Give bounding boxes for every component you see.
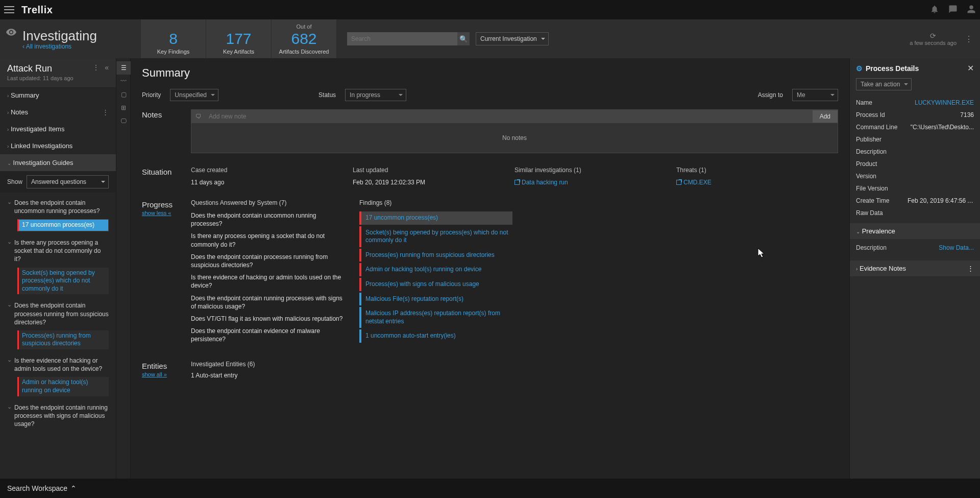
guide-question[interactable]: Does the endpoint contain processes runn… (0, 298, 116, 328)
situation-value: Feb 20, 2019 12:02:33 PM (353, 179, 514, 186)
external-link-icon (514, 180, 520, 185)
evidence-more-icon[interactable]: ⋮ (967, 265, 974, 272)
progress-question: Is there evidence of hacking or admin to… (191, 273, 344, 290)
detail-value[interactable]: LUCKYWINNER.EXE (915, 99, 974, 106)
search-input[interactable] (347, 32, 457, 45)
stat: 8 Key Findings (141, 19, 206, 58)
sidebar-item-summary[interactable]: › Summary (0, 87, 116, 104)
sidebar-more-icon[interactable]: ⋮ (92, 63, 100, 72)
situation-value[interactable]: Data hacking run (514, 179, 676, 186)
findings-header: Findings (8) (359, 199, 512, 206)
evidence-section[interactable]: › Evidence Notes ⋮ (850, 260, 980, 276)
brand-logo: Trellix (21, 4, 53, 16)
list-view-icon[interactable]: ☰ (116, 61, 131, 75)
situation-value[interactable]: CMD.EXE (676, 179, 838, 186)
detail-value: "C:\Users\Ted\Deskto... (911, 124, 974, 131)
progress-question: Does the endpoint contain running proces… (191, 294, 344, 311)
sidebar-item-investigated items[interactable]: › Investigated Items (0, 121, 116, 137)
guide-finding[interactable]: Process(es) running from suspicious dire… (17, 330, 109, 349)
bell-icon[interactable] (930, 5, 939, 15)
assign-label: Assign to (758, 91, 783, 99)
more-icon[interactable]: ⋮ (965, 34, 973, 44)
stat: 177 Key Artifacts (206, 19, 272, 58)
eye-icon (6, 29, 16, 37)
progress-finding[interactable]: 17 uncommon process(es) (359, 211, 512, 225)
search-button[interactable]: 🔍 (457, 32, 470, 45)
chat-icon[interactable] (948, 5, 958, 15)
sidebar-item-investigation guides[interactable]: ⌄ Investigation Guides (0, 154, 116, 171)
progress-finding[interactable]: 1 uncommon auto-start entry(ies) (359, 329, 512, 343)
progress-finding[interactable]: Process(es) running from suspicious dire… (359, 249, 512, 262)
detail-key: File Version (856, 185, 888, 192)
guide-finding[interactable]: Socket(s) being opened by process(es) wh… (17, 268, 109, 295)
priority-select[interactable]: Unspecified (170, 89, 218, 101)
sidebar-item-linked investigations[interactable]: › Linked Investigations (0, 137, 116, 154)
show-select[interactable]: Answered questions (27, 175, 109, 188)
situation-label: Situation (142, 167, 191, 186)
progress-finding[interactable]: Malicious File(s) reputation report(s) (359, 293, 512, 306)
progress-question: Does the endpoint contain uncommon runni… (191, 211, 344, 228)
grid-view-icon[interactable]: ⊞ (116, 101, 131, 114)
detail-key: Version (856, 173, 876, 180)
notes-input[interactable] (206, 110, 813, 123)
progress-question: Is there any process opening a socket th… (191, 232, 344, 248)
notes-more-icon[interactable]: ⋮ (102, 108, 109, 116)
details-title: Process Details (866, 64, 919, 73)
display-view-icon[interactable]: 🖵 (116, 114, 131, 128)
progress-finding[interactable]: Process(es) with signs of malicious usag… (359, 278, 512, 291)
progress-label: Progress show less « (142, 199, 191, 347)
show-all-link[interactable]: show all » (142, 371, 191, 377)
situation-header: Threats (1) (676, 167, 838, 174)
stat: Out of 682 Artifacts Discovered (272, 19, 337, 58)
detail-key: Command Line (856, 124, 897, 131)
guide-question[interactable]: Does the endpoint contain running proces… (0, 400, 116, 431)
guide-question[interactable]: Is there evidence of hacking or admin to… (0, 353, 116, 375)
guide-finding[interactable]: 17 uncommon process(es) (17, 219, 109, 231)
progress-finding[interactable]: Malicious IP address(es) reputation repo… (359, 307, 512, 328)
refresh-time: a few seconds ago (910, 40, 957, 46)
back-link[interactable]: All investigations (22, 43, 134, 50)
graph-view-icon[interactable]: 〰 (116, 75, 131, 88)
summary-title: Summary (142, 66, 838, 80)
content: Summary Priority Unspecified Status In p… (131, 58, 849, 479)
detail-key: Create Time (856, 197, 889, 204)
detail-key: Raw Data (856, 209, 883, 217)
guide-finding[interactable]: Admin or hacking tool(s) running on devi… (17, 377, 109, 396)
close-icon[interactable]: ✕ (967, 63, 974, 73)
questions-header: Questions Answered by System (7) (191, 199, 344, 206)
prevalence-desc-label: Description (856, 244, 887, 251)
refresh-icon[interactable]: ⟳ (910, 32, 957, 40)
detail-key: Product (856, 160, 877, 168)
status-select[interactable]: In progress (345, 89, 406, 101)
sidebar-item-notes[interactable]: › Notes⋮ (0, 104, 116, 121)
progress-question: Does the endpoint contain processes runn… (191, 253, 344, 269)
situation-header: Case created (191, 167, 353, 174)
user-icon[interactable] (967, 5, 976, 15)
search-workspace[interactable]: Search Workspace ⌃ (0, 479, 980, 498)
details-panel: ⚙ Process Details ✕ Take an action Name … (849, 58, 980, 479)
guide-question[interactable]: Does the endpoint contain uncommon runni… (0, 196, 116, 217)
sidebar-subtitle: Last updated: 11 days ago (7, 75, 74, 81)
show-label: Show (7, 178, 22, 185)
show-less-link[interactable]: show less « (142, 210, 191, 216)
menu-icon[interactable] (4, 6, 14, 13)
box-view-icon[interactable]: ▢ (116, 88, 131, 101)
add-note-button[interactable]: Add (813, 110, 838, 123)
assign-select[interactable]: Me (792, 89, 838, 101)
progress-finding[interactable]: Admin or hacking tool(s) running on devi… (359, 263, 512, 276)
notes-section-label: Notes (142, 109, 191, 153)
situation-header: Similar investigations (1) (514, 167, 676, 174)
header: Investigating All investigations 8 Key F… (0, 19, 980, 58)
progress-finding[interactable]: Socket(s) being opened by process(es) wh… (359, 226, 512, 247)
show-data-link[interactable]: Show Data... (939, 244, 974, 251)
scope-select[interactable]: Current Investigation (476, 32, 549, 45)
topbar: Trellix (0, 0, 980, 19)
guide-question[interactable]: Is there any process opening a socket th… (0, 235, 116, 266)
detail-key: Publisher (856, 136, 881, 143)
situation-header: Last updated (353, 167, 514, 174)
action-select[interactable]: Take an action (856, 78, 912, 90)
prevalence-section[interactable]: ⌄ Prevalence (850, 223, 980, 239)
progress-question: Does VT/GTI flag it as known with malici… (191, 315, 344, 323)
entities-label: Entities show all » (142, 361, 191, 379)
sidebar-collapse-icon[interactable]: « (105, 63, 109, 72)
